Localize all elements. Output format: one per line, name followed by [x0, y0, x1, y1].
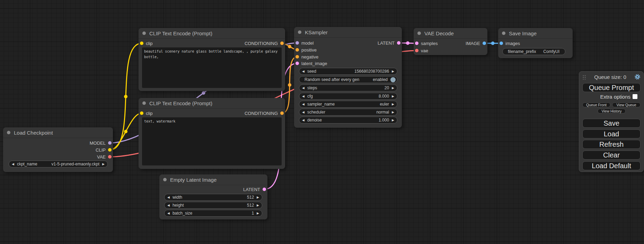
decrement-arrow-icon[interactable]: ◀: [302, 95, 305, 98]
toggle-circle[interactable]: [390, 77, 396, 82]
collapse-dot-icon[interactable]: [142, 31, 146, 35]
input-port-clip[interactable]: [140, 111, 143, 115]
node-save-image[interactable]: Save Image images filename_prefix ComfyU…: [498, 28, 573, 58]
increment-arrow-icon[interactable]: ▶: [392, 70, 394, 73]
collapse-dot-icon[interactable]: [298, 30, 301, 34]
link-midpoint-dot[interactable]: [202, 91, 205, 95]
node-title-bar[interactable]: CLIP Text Encode (Prompt): [139, 98, 285, 109]
increment-arrow-icon[interactable]: ▶: [392, 111, 394, 114]
link-midpoint-dot[interactable]: [491, 42, 495, 45]
collapse-dot-icon[interactable]: [163, 178, 167, 181]
output-port-clip[interactable]: [108, 148, 112, 152]
link-midpoint-dot[interactable]: [124, 130, 127, 133]
link-midpoint-dot[interactable]: [124, 95, 127, 98]
clear-button[interactable]: Clear: [582, 151, 641, 160]
widget-seed[interactable]: ◀ seed 156680208700286 ▶: [299, 68, 397, 75]
output-port-vae[interactable]: [108, 155, 112, 159]
view-history-button[interactable]: View History: [598, 109, 626, 114]
input-port-positive[interactable]: [295, 48, 299, 52]
node-title-bar[interactable]: VAE Decode: [414, 28, 487, 39]
increment-arrow-icon[interactable]: ▶: [392, 95, 394, 98]
settings-gear-icon[interactable]: [634, 74, 641, 80]
output-port-image[interactable]: [483, 42, 486, 45]
node-title: KSampler: [305, 29, 328, 35]
link-midpoint-dot[interactable]: [288, 83, 291, 87]
output-port-conditioning[interactable]: [280, 42, 284, 45]
input-port-samples[interactable]: [415, 42, 418, 45]
node-title: CLIP Text Encode (Prompt): [149, 30, 212, 36]
view-queue-button[interactable]: View Queue: [612, 102, 641, 107]
widget-height[interactable]: ◀ height 512 ▶: [164, 202, 262, 209]
decrement-arrow-icon[interactable]: ◀: [302, 111, 305, 114]
link-midpoint-dot[interactable]: [288, 45, 291, 48]
input-port-latent-image[interactable]: [295, 62, 299, 65]
widget-random-seed-toggle[interactable]: Random seed after every gen enabled: [299, 76, 397, 83]
node-title-bar[interactable]: Load Checkpoint: [3, 127, 113, 138]
output-port-conditioning[interactable]: [280, 111, 284, 115]
increment-arrow-icon[interactable]: ▶: [257, 212, 259, 215]
decrement-arrow-icon[interactable]: ◀: [167, 196, 170, 199]
output-vae: VAE: [97, 153, 112, 160]
node-clip-text-encode-negative[interactable]: CLIP Text Encode (Prompt) clip CONDITION…: [139, 98, 285, 169]
increment-arrow-icon[interactable]: ▶: [392, 119, 394, 122]
decrement-arrow-icon[interactable]: ◀: [302, 87, 305, 90]
collapse-dot-icon[interactable]: [7, 131, 10, 134]
output-port-latent[interactable]: [263, 188, 266, 191]
widget-denoise[interactable]: ◀ denoise 1.000 ▶: [299, 117, 397, 124]
collapse-dot-icon[interactable]: [502, 31, 505, 35]
input-samples: samples: [415, 40, 438, 47]
increment-arrow-icon[interactable]: ▶: [392, 87, 394, 90]
output-port-latent[interactable]: [397, 41, 400, 45]
decrement-arrow-icon[interactable]: ◀: [12, 163, 14, 166]
extra-options-checkbox[interactable]: [633, 94, 637, 99]
positive-prompt-textarea[interactable]: beautiful scenery nature glass bottle la…: [142, 47, 282, 88]
queue-front-button[interactable]: Queue Front: [582, 102, 610, 107]
refresh-button[interactable]: Refresh: [582, 140, 641, 149]
widget-sampler-name[interactable]: ◀ sampler_name euler ▶: [299, 101, 397, 108]
node-title-bar[interactable]: Save Image: [498, 28, 573, 39]
widget-ckpt-name[interactable]: ◀ ckpt_name v1-5-pruned-emaonly.ckpt ▶: [9, 161, 108, 168]
node-load-checkpoint[interactable]: Load Checkpoint MODEL CLIP VAE ◀ ckpt_na…: [3, 127, 113, 172]
widget-steps[interactable]: ◀ steps 20 ▶: [299, 84, 397, 91]
negative-prompt-textarea[interactable]: text, watermark: [142, 117, 282, 165]
node-empty-latent-image[interactable]: Empty Latent Image LATENT ◀ width 512 ▶ …: [159, 174, 267, 219]
node-clip-text-encode-positive[interactable]: CLIP Text Encode (Prompt) clip CONDITION…: [139, 28, 285, 91]
node-title-bar[interactable]: Empty Latent Image: [159, 174, 267, 185]
load-default-button[interactable]: Load Default: [582, 161, 641, 170]
decrement-arrow-icon[interactable]: ◀: [302, 119, 305, 122]
input-port-clip[interactable]: [140, 42, 143, 45]
decrement-arrow-icon[interactable]: ◀: [167, 204, 170, 207]
increment-arrow-icon[interactable]: ▶: [392, 103, 394, 106]
decrement-arrow-icon[interactable]: ◀: [302, 103, 305, 106]
save-button[interactable]: Save: [582, 119, 641, 128]
node-ksampler[interactable]: KSampler model positive negative latent_…: [294, 27, 402, 128]
node-title: Empty Latent Image: [170, 177, 217, 183]
decrement-arrow-icon[interactable]: ◀: [302, 70, 305, 73]
widget-filename-prefix[interactable]: filename_prefix ComfyUI: [502, 48, 565, 55]
increment-arrow-icon[interactable]: ▶: [257, 196, 259, 199]
widget-scheduler[interactable]: ◀ scheduler normal ▶: [299, 109, 397, 116]
increment-arrow-icon[interactable]: ▶: [257, 204, 259, 207]
input-port-negative[interactable]: [295, 55, 299, 58]
input-port-model[interactable]: [295, 41, 299, 45]
drag-handle-icon[interactable]: [582, 74, 586, 80]
comfyui-canvas[interactable]: { "icons": {"left_arrow": "◀", "right_ar…: [0, 0, 644, 244]
widget-cfg[interactable]: ◀ cfg 8.000 ▶: [299, 93, 397, 100]
output-port-model[interactable]: [108, 141, 112, 145]
load-button[interactable]: Load: [582, 129, 641, 138]
widget-batch-size[interactable]: ◀ batch_size 1 ▶: [164, 210, 262, 217]
input-port-vae[interactable]: [415, 49, 418, 52]
node-title-bar[interactable]: CLIP Text Encode (Prompt): [139, 28, 285, 39]
input-port-images[interactable]: [500, 42, 503, 45]
output-clip: CLIP: [96, 146, 112, 153]
queue-prompt-button[interactable]: Queue Prompt: [582, 83, 641, 92]
node-title-bar[interactable]: KSampler: [294, 27, 402, 38]
decrement-arrow-icon[interactable]: ◀: [167, 212, 170, 215]
collapse-dot-icon[interactable]: [417, 31, 421, 35]
node-vae-decode[interactable]: VAE Decode samples vae IMAGE: [414, 28, 487, 55]
widget-width[interactable]: ◀ width 512 ▶: [164, 194, 262, 201]
link-midpoint-dot[interactable]: [406, 42, 409, 45]
collapse-dot-icon[interactable]: [142, 101, 146, 105]
increment-arrow-icon[interactable]: ▶: [102, 163, 105, 166]
extra-options-label: Extra options: [579, 94, 630, 100]
